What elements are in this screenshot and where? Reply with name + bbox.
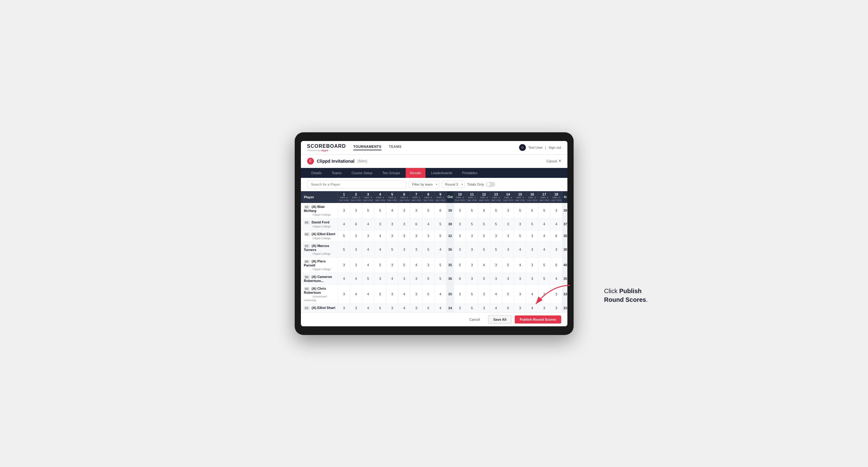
back-score-14[interactable]: 5 — [502, 284, 514, 304]
back-score-17[interactable]: 4 — [538, 218, 550, 230]
hole-score-6[interactable]: 3 — [398, 230, 410, 242]
back-score-10[interactable]: 3 — [454, 203, 466, 218]
back-score-13[interactable]: 5 — [490, 218, 502, 230]
back-score-14[interactable]: 3 — [502, 242, 514, 257]
hole-score-9[interactable]: 4 — [434, 284, 446, 304]
back-score-16[interactable]: 3 — [526, 242, 538, 257]
back-score-13[interactable]: 5 — [490, 242, 502, 257]
back-score-10[interactable]: 3 — [454, 230, 466, 242]
back-score-14[interactable]: 3 — [502, 203, 514, 218]
hole-score-5[interactable]: 5 — [386, 242, 398, 257]
back-score-13[interactable]: 3 — [490, 257, 502, 273]
back-score-12[interactable]: 5 — [478, 218, 490, 230]
hole-score-9[interactable]: 6 — [434, 203, 446, 218]
hole-score-1[interactable]: 3 — [338, 284, 350, 304]
tab-results[interactable]: Results — [406, 168, 426, 178]
hole-score-1[interactable]: 3 — [338, 257, 350, 273]
hole-score-4[interactable]: 3 — [374, 273, 386, 284]
back-score-14[interactable]: 3 — [502, 273, 514, 284]
cancel-button-top[interactable]: Cancel ✕ — [546, 159, 561, 163]
hole-score-3[interactable]: 5 — [362, 273, 374, 284]
back-score-15[interactable]: 4 — [514, 242, 526, 257]
tab-printables[interactable]: Printables — [458, 168, 482, 178]
tab-details[interactable]: Details — [307, 168, 326, 178]
back-score-10[interactable]: 3 — [454, 284, 466, 304]
hole-score-5[interactable]: 4 — [386, 273, 398, 284]
back-score-13[interactable]: 3 — [490, 273, 502, 284]
hole-score-3[interactable]: 4 — [362, 304, 374, 312]
back-score-14[interactable]: 5 — [502, 257, 514, 273]
sign-out-link[interactable]: Sign out — [549, 146, 561, 149]
hole-score-7[interactable]: 3 — [410, 242, 423, 257]
nav-teams[interactable]: TEAMS — [389, 145, 402, 150]
hole-score-7[interactable]: 3 — [410, 273, 423, 284]
hole-score-3[interactable]: 4 — [362, 242, 374, 257]
back-score-16[interactable]: 6 — [526, 203, 538, 218]
hole-score-7[interactable]: 3 — [410, 230, 423, 242]
hole-score-8[interactable]: 5 — [423, 203, 434, 218]
back-score-11[interactable]: 5 — [466, 304, 478, 312]
hole-score-1[interactable]: 4 — [338, 218, 350, 230]
back-score-17[interactable]: 4 — [538, 230, 550, 242]
back-score-11[interactable]: 5 — [466, 218, 478, 230]
hole-score-5[interactable]: 3 — [386, 284, 398, 304]
hole-score-5[interactable]: 3 — [386, 257, 398, 273]
back-score-11[interactable]: 3 — [466, 273, 478, 284]
hole-score-7[interactable]: 3 — [410, 203, 423, 218]
back-score-11[interactable]: 3 — [466, 257, 478, 273]
hole-score-6[interactable]: 5 — [398, 257, 410, 273]
hole-score-7[interactable]: 3 — [410, 284, 423, 304]
hole-score-8[interactable]: 5 — [423, 273, 434, 284]
hole-score-9[interactable]: 4 — [434, 304, 446, 312]
hole-score-6[interactable]: 4 — [398, 304, 410, 312]
back-score-18[interactable]: 4 — [550, 218, 562, 230]
hole-score-4[interactable]: 4 — [374, 242, 386, 257]
back-score-15[interactable]: 3 — [514, 273, 526, 284]
hole-score-2[interactable]: 3 — [350, 203, 362, 218]
hole-score-2[interactable]: 4 — [350, 284, 362, 304]
back-score-12[interactable]: 3 — [478, 284, 490, 304]
hole-score-2[interactable]: 3 — [350, 257, 362, 273]
back-score-10[interactable]: 6 — [454, 273, 466, 284]
hole-score-1[interactable]: 3 — [338, 304, 350, 312]
hole-score-4[interactable]: 5 — [374, 304, 386, 312]
hole-score-2[interactable]: 6 — [350, 218, 362, 230]
publish-round-scores-button[interactable]: Publish Round Scores — [515, 315, 561, 323]
back-score-15[interactable]: 3 — [514, 218, 526, 230]
hole-score-5[interactable]: 3 — [386, 304, 398, 312]
hole-score-6[interactable]: 4 — [398, 284, 410, 304]
hole-score-1[interactable]: 5 — [338, 242, 350, 257]
back-score-12[interactable]: 3 — [478, 304, 490, 312]
hole-score-7[interactable]: 6 — [410, 218, 423, 230]
hole-score-6[interactable]: 3 — [398, 218, 410, 230]
hole-score-6[interactable]: 3 — [398, 203, 410, 218]
back-score-13[interactable]: 3 — [490, 230, 502, 242]
hole-score-4[interactable]: 5 — [374, 284, 386, 304]
hole-score-7[interactable]: 4 — [410, 257, 423, 273]
hole-score-1[interactable]: 4 — [338, 273, 350, 284]
hole-score-2[interactable]: 3 — [350, 304, 362, 312]
search-input[interactable] — [307, 180, 406, 188]
back-score-16[interactable]: 5 — [526, 218, 538, 230]
tab-course-setup[interactable]: Course Setup — [347, 168, 377, 178]
back-score-16[interactable]: 3 — [526, 230, 538, 242]
tab-tee-groups[interactable]: Tee Groups — [378, 168, 404, 178]
back-score-12[interactable]: 4 — [478, 257, 490, 273]
back-score-11[interactable]: 3 — [466, 242, 478, 257]
hole-score-9[interactable]: 5 — [434, 218, 446, 230]
cancel-footer-button[interactable]: Cancel — [464, 315, 485, 323]
hole-score-2[interactable]: 4 — [350, 273, 362, 284]
hole-score-5[interactable]: 3 — [386, 218, 398, 230]
hole-score-2[interactable]: 3 — [350, 230, 362, 242]
back-score-15[interactable]: 5 — [514, 230, 526, 242]
save-all-button[interactable]: Save All — [488, 315, 512, 324]
filter-team-select[interactable]: Filter by team — [409, 181, 439, 188]
back-score-15[interactable]: 3 — [514, 304, 526, 312]
hole-score-3[interactable]: 4 — [362, 284, 374, 304]
hole-score-9[interactable]: 5 — [434, 230, 446, 242]
back-score-18[interactable]: 6 — [550, 230, 562, 242]
hole-score-3[interactable]: 4 — [362, 218, 374, 230]
back-score-10[interactable]: 3 — [454, 242, 466, 257]
back-score-18[interactable]: 6 — [550, 257, 562, 273]
back-score-12[interactable]: 5 — [478, 230, 490, 242]
